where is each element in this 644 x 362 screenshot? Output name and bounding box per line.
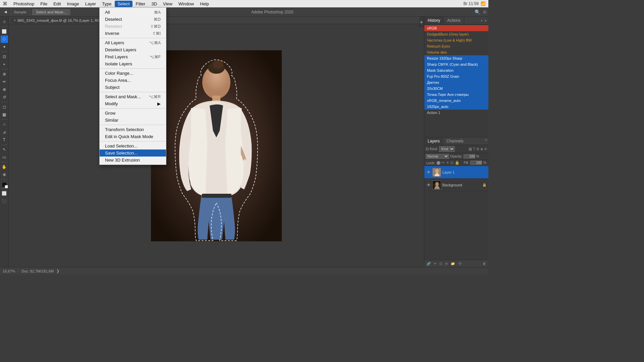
- delete-layer-btn[interactable]: 🗑: [482, 261, 487, 266]
- history-item-diptih[interactable]: Диптих: [424, 79, 488, 85]
- history-item-volume-skin[interactable]: Volume skin: [424, 49, 488, 55]
- panel-collapse-handle[interactable]: ▶: [420, 17, 424, 27]
- menu-3d[interactable]: 3D: [149, 1, 160, 7]
- history-item-retouch-eyes[interactable]: Retouch Eyes: [424, 43, 488, 49]
- background-lock-icon[interactable]: 🔒: [482, 183, 486, 187]
- layers-panel-menu[interactable]: ≡: [484, 137, 488, 145]
- background-color[interactable]: [5, 185, 8, 188]
- dd-all[interactable]: All ⌘A: [100, 9, 166, 16]
- shape-tool[interactable]: ▭: [1, 154, 8, 161]
- menu-help[interactable]: Help: [197, 1, 212, 7]
- history-item-mask-saturation[interactable]: Mask Saturation: [424, 67, 488, 73]
- dd-isolate-layers[interactable]: Isolate Layers: [100, 60, 166, 67]
- move-tool[interactable]: ⊹: [1, 18, 8, 25]
- history-item-tochka-tire[interactable]: Точка-Тире Аня стикеры: [424, 92, 488, 98]
- lasso-tool[interactable]: ⚇: [1, 36, 8, 43]
- layer-group-btn[interactable]: 📁: [450, 261, 456, 266]
- magic-wand-tool[interactable]: ✦: [1, 43, 8, 51]
- layer-item-layer1[interactable]: 👁 Layer 1: [424, 166, 488, 179]
- history-item-1920px-auto[interactable]: 1920px_auto: [424, 104, 488, 110]
- arrange-icon[interactable]: ⊞: [483, 10, 486, 14]
- menu-view[interactable]: View: [160, 1, 175, 7]
- dd-transform-selection[interactable]: Transform Selection: [100, 126, 166, 133]
- history-item-action-1[interactable]: Action 1: [424, 110, 488, 116]
- menu-select[interactable]: Select: [115, 1, 132, 7]
- history-item-srgb-rename[interactable]: sRGB_rename_auto: [424, 98, 488, 104]
- path-selection-tool[interactable]: ↖: [1, 146, 8, 153]
- dd-find-layers[interactable]: Find Layers ⌥⌘F: [100, 53, 166, 60]
- menu-layer[interactable]: Layer: [83, 1, 99, 7]
- menu-image[interactable]: Image: [64, 1, 82, 7]
- history-item-sharp-cmyk[interactable]: Sharp CMYK (Cyan and Black): [424, 61, 488, 67]
- search-icon[interactable]: 🔍: [475, 9, 480, 15]
- dd-deselect-layers[interactable]: Deselect Layers: [100, 46, 166, 53]
- layer-item-background[interactable]: 👁 Background �: [424, 179, 488, 191]
- dd-inverse[interactable]: Inverse ⇧⌘I: [100, 30, 166, 37]
- layer-visibility-layer1[interactable]: 👁: [426, 170, 431, 175]
- dd-modify[interactable]: Modify ▶: [100, 100, 166, 107]
- menu-filter[interactable]: Filter: [133, 1, 148, 7]
- lock-position-icon[interactable]: ✛: [446, 161, 449, 165]
- lock-image-icon[interactable]: ✏: [442, 161, 445, 165]
- layer-style-btn[interactable]: ✦: [433, 261, 437, 266]
- history-item-srgb[interactable]: sRGB: [424, 25, 488, 31]
- tab-actions[interactable]: Actions: [444, 17, 464, 24]
- brush-tool[interactable]: ✏: [1, 78, 8, 85]
- lock-artboard-icon[interactable]: ⊡: [450, 161, 453, 165]
- marquee-tool[interactable]: ⬜: [1, 28, 8, 35]
- tab-layers[interactable]: Layers: [424, 137, 443, 145]
- stamp-tool[interactable]: ⊕: [1, 86, 8, 93]
- blend-mode-select[interactable]: Normal: [426, 154, 449, 159]
- dd-color-range[interactable]: Color Range...: [100, 70, 166, 77]
- opacity-input[interactable]: [464, 154, 475, 159]
- screen-mode-tool[interactable]: ⬛: [1, 197, 8, 205]
- close-tab-icon[interactable]: ✕: [13, 18, 16, 22]
- dd-new-3d-extrusion[interactable]: New 3D Extrusion: [100, 157, 166, 164]
- history-item-fuji-pro[interactable]: Fuji Pro 800Z Grain: [424, 73, 488, 79]
- dd-deselect[interactable]: Deselect ⌘D: [100, 16, 166, 23]
- statusbar-arrow[interactable]: ❯: [56, 269, 59, 273]
- dd-all-layers[interactable]: All Layers ⌥⌘A: [100, 39, 166, 46]
- dd-grow[interactable]: Grow: [100, 110, 166, 117]
- tab-history[interactable]: History: [424, 17, 444, 24]
- dd-focus-area[interactable]: Focus Area...: [100, 77, 166, 84]
- menu-window[interactable]: Window: [176, 1, 197, 7]
- quick-mask-tool[interactable]: ⬜: [1, 190, 8, 197]
- lock-transparent-icon[interactable]: ⬤: [436, 161, 440, 165]
- gradient-tool[interactable]: ▦: [1, 111, 8, 118]
- tool-options[interactable]: ◀: [2, 9, 9, 15]
- fill-input[interactable]: [470, 161, 482, 165]
- panel-menu-icon[interactable]: ≡: [480, 18, 483, 23]
- tab-channels[interactable]: Channels: [443, 137, 467, 145]
- kind-select[interactable]: Kind: [439, 146, 455, 152]
- dd-load-selection[interactable]: Load Selection...: [100, 142, 166, 149]
- eraser-tool[interactable]: ◻: [1, 103, 8, 111]
- zoom-tool[interactable]: ⊕: [1, 171, 8, 178]
- crop-tool[interactable]: ⊡: [1, 53, 8, 60]
- select-mask-button[interactable]: Select and Mask...: [32, 9, 70, 15]
- history-item-chastotra[interactable]: Частотка (Low & High) BW: [424, 37, 488, 43]
- foreground-color[interactable]: [2, 182, 7, 187]
- history-item-resize-1920[interactable]: Resize 1920px Sharp: [424, 55, 488, 61]
- pen-tool[interactable]: ⊿: [1, 128, 8, 136]
- dodge-tool[interactable]: ○: [1, 121, 8, 128]
- text-tool[interactable]: T: [1, 136, 8, 143]
- layer-mask-btn[interactable]: ⊡: [438, 261, 443, 266]
- hand-tool[interactable]: ✋: [1, 163, 8, 171]
- dd-subject[interactable]: Subject: [100, 84, 166, 91]
- history-item-dodge-burn[interactable]: Dodge&Burn (Grey layer): [424, 31, 488, 37]
- menu-photoshop[interactable]: Photoshop: [11, 1, 37, 7]
- link-layers-btn[interactable]: 🔗: [426, 261, 432, 266]
- dd-edit-quick-mask[interactable]: Edit in Quick Mask Mode: [100, 133, 166, 140]
- dd-select-mask[interactable]: Select and Mask... ⌥⌘R: [100, 93, 166, 100]
- dd-similar[interactable]: Similar: [100, 117, 166, 124]
- filter-icons[interactable]: ▦ T ⊕ ◈ ⊘: [469, 147, 487, 151]
- lock-all-icon[interactable]: 🔒: [455, 161, 460, 165]
- eyedropper-tool[interactable]: ⌖: [1, 61, 8, 68]
- menu-type[interactable]: Type: [99, 1, 114, 7]
- apple-menu[interactable]: ⌘: [3, 1, 7, 6]
- history-item-20x30cm[interactable]: 20x30СМ: [424, 85, 488, 92]
- fill-layer-btn[interactable]: ⊕: [444, 261, 449, 266]
- layer-visibility-background[interactable]: 👁: [426, 183, 431, 187]
- healing-tool[interactable]: ⊛: [1, 70, 8, 78]
